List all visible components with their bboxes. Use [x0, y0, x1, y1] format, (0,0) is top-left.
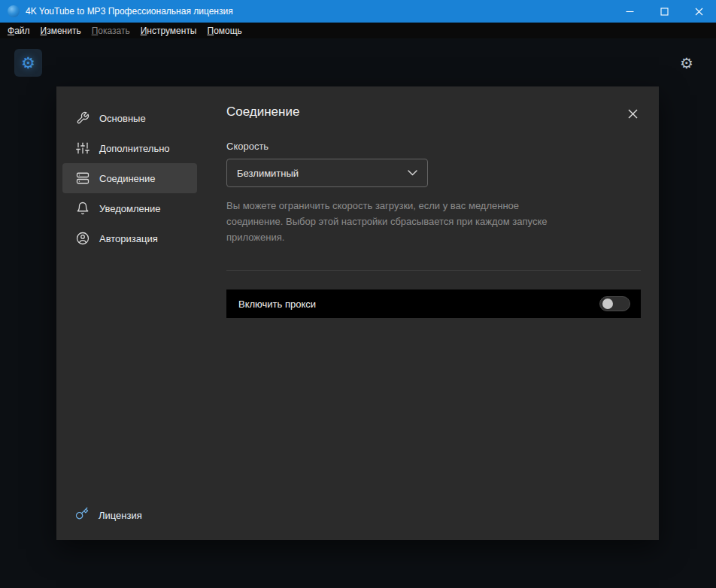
app-window: 4K YouTube to MP3 Профессиональная лицен… [0, 0, 716, 588]
panel-header: Соединение [226, 105, 641, 120]
sidebar-label-authorization: Авторизация [99, 233, 158, 244]
dialog-close-icon [628, 109, 638, 119]
menu-view: Показать [86, 24, 135, 38]
menubar: Файл Изменить Показать Инструменты Помощ… [0, 23, 716, 38]
sidebar-item-authorization[interactable]: Авторизация [62, 223, 197, 253]
window-title: 4K YouTube to MP3 Профессиональная лицен… [26, 6, 233, 17]
menu-tools[interactable]: Инструменты [135, 24, 202, 38]
settings-button[interactable]: ⚙ [676, 53, 697, 74]
sidebar-label-connection: Соединение [99, 173, 156, 184]
close-icon [695, 8, 703, 16]
proxy-row: Включить прокси [226, 289, 641, 318]
person-icon [75, 232, 90, 246]
speed-description: Вы можете ограничить скорость загрузки, … [226, 198, 565, 245]
speed-label: Скорость [226, 141, 641, 152]
menu-help[interactable]: Помощь [202, 24, 247, 38]
maximize-button[interactable] [647, 0, 681, 23]
sidebar-label-notifications: Уведомление [99, 203, 160, 214]
main-area: ⚙ ⚙ Основные Дополнительно [0, 38, 716, 588]
settings-sidebar: Основные Дополнительно Соединение [56, 86, 208, 540]
connection-icon [75, 171, 90, 186]
sidebar-item-license[interactable]: Лицензия [62, 500, 142, 530]
speed-dropdown[interactable]: Безлимитный [226, 159, 428, 187]
sidebar-label-general: Основные [99, 113, 146, 124]
app-logo: ⚙ [14, 49, 42, 77]
key-icon [75, 507, 89, 523]
sidebar-item-advanced[interactable]: Дополнительно [62, 133, 197, 163]
panel-title: Соединение [226, 105, 299, 120]
proxy-toggle[interactable] [599, 296, 630, 311]
speed-dropdown-value: Безлимитный [237, 168, 408, 179]
close-button[interactable] [681, 0, 716, 23]
proxy-label: Включить прокси [238, 299, 599, 310]
gear-icon: ⚙ [680, 56, 693, 71]
sidebar-label-license: Лицензия [99, 510, 142, 521]
settings-panel: Соединение Скорость Безлимитный Вы может… [208, 86, 659, 540]
titlebar[interactable]: 4K YouTube to MP3 Профессиональная лицен… [0, 0, 716, 23]
proxy-toggle-knob [602, 299, 613, 309]
sidebar-item-general[interactable]: Основные [62, 103, 197, 133]
wrench-icon [75, 111, 90, 126]
chevron-down-icon [408, 170, 417, 176]
sidebar-item-connection[interactable]: Соединение [62, 163, 197, 193]
sidebar-label-advanced: Дополнительно [99, 143, 170, 154]
settings-dialog: Основные Дополнительно Соединение [56, 86, 659, 540]
app-logo-gear-icon: ⚙ [21, 55, 35, 71]
maximize-icon [660, 8, 669, 16]
app-icon [8, 5, 20, 17]
bell-icon [75, 202, 90, 216]
minimize-icon [626, 8, 634, 16]
window-controls [612, 0, 716, 23]
sliders-icon [75, 141, 90, 156]
minimize-button[interactable] [612, 0, 647, 23]
section-divider [226, 270, 641, 271]
menu-file[interactable]: Файл [2, 24, 35, 38]
sidebar-item-notifications[interactable]: Уведомление [62, 193, 197, 223]
dialog-close-button[interactable] [626, 107, 639, 120]
menu-edit[interactable]: Изменить [35, 24, 86, 38]
